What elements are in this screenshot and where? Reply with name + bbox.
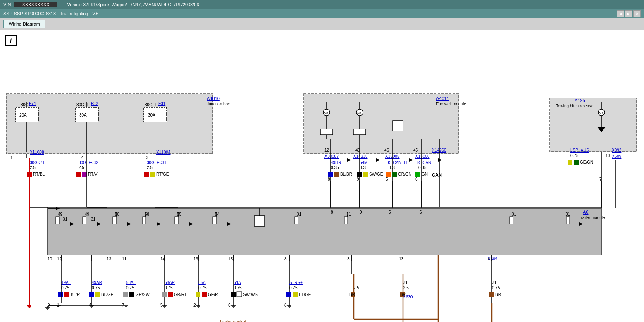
svg-text:0.35: 0.35 [331, 165, 339, 170]
svg-text:30G: 30G [21, 103, 29, 107]
svg-text:RT/BL: RT/BL [33, 172, 45, 177]
svg-text:7: 7 [122, 303, 124, 308]
svg-text:30: 30 [324, 111, 328, 115]
svg-text:Footwell module: Footwell module [436, 102, 466, 106]
svg-text:45: 45 [413, 148, 418, 153]
vin-value: XXXXXXXXX [14, 2, 57, 7]
svg-text:30G_F<31: 30G_F<31 [147, 160, 167, 165]
wiring-diagram-tab[interactable]: Wiring Diagram [3, 20, 45, 28]
svg-text:54: 54 [215, 212, 220, 217]
svg-text:46: 46 [384, 148, 389, 153]
svg-rect-242 [196, 292, 200, 297]
svg-text:5: 5 [160, 303, 163, 308]
svg-rect-0 [6, 94, 213, 154]
svg-text:9: 9 [357, 177, 359, 181]
svg-text:49AR: 49AR [92, 280, 102, 285]
svg-rect-157 [175, 217, 178, 224]
svg-text:31: 31 [565, 212, 570, 217]
svg-text:RT/GE: RT/GE [156, 172, 169, 177]
vin-label: VIN [3, 2, 11, 7]
svg-rect-56 [320, 129, 333, 135]
svg-rect-218 [123, 292, 128, 297]
svg-rect-142 [83, 217, 86, 224]
svg-text:LSP_AUS: LSP_AUS [570, 148, 589, 153]
svg-text:30G_F: 30G_F [145, 103, 157, 107]
svg-rect-133 [48, 208, 601, 255]
svg-text:49HR: 49HR [331, 160, 341, 165]
svg-text:0.75: 0.75 [92, 286, 100, 290]
svg-text:30: 30 [599, 111, 603, 115]
svg-text:0.35: 0.35 [418, 165, 427, 170]
svg-text:5: 5 [386, 177, 388, 181]
svg-rect-111 [415, 172, 420, 177]
svg-text:3: 3 [146, 155, 148, 160]
svg-text:54M: 54M [360, 160, 367, 165]
title-bar: SSP-SSP-SP0000026818 - Trailer lighting … [0, 9, 644, 18]
svg-text:1: 1 [57, 303, 60, 308]
svg-text:0.75: 0.75 [165, 286, 173, 290]
svg-text:X609: X609 [488, 257, 498, 261]
svg-text:13: 13 [606, 153, 611, 158]
svg-text:F32: F32 [91, 101, 98, 106]
svg-text:12: 12 [324, 148, 329, 153]
svg-rect-162 [213, 217, 216, 224]
svg-text:2.5: 2.5 [79, 165, 84, 170]
svg-text:6: 6 [420, 210, 422, 215]
svg-text:BL/RT: BL/RT [71, 292, 82, 297]
svg-text:K_CAN_H: K_CAN_H [388, 160, 407, 165]
prev-button[interactable]: ◄ [617, 10, 624, 17]
svg-text:GN: GN [422, 172, 428, 177]
svg-rect-104 [386, 172, 391, 177]
svg-text:X630: X630 [403, 295, 413, 299]
svg-text:X609: X609 [612, 154, 622, 159]
svg-rect-175 [510, 217, 513, 224]
svg-text:9: 9 [48, 303, 50, 308]
svg-text:2.5: 2.5 [147, 165, 153, 170]
svg-rect-105 [392, 172, 397, 177]
svg-text:15: 15 [228, 257, 233, 261]
svg-text:8: 8 [331, 210, 333, 215]
svg-text:20A: 20A [19, 113, 27, 117]
svg-text:9: 9 [360, 210, 362, 215]
svg-text:SW/GE: SW/GE [369, 172, 383, 177]
svg-rect-207 [95, 292, 100, 297]
svg-text:Junction box: Junction box [207, 102, 230, 106]
svg-text:54A: 54A [234, 280, 241, 285]
svg-text:0.75: 0.75 [234, 286, 242, 290]
svg-text:49: 49 [58, 212, 63, 217]
svg-text:GR/RT: GR/RT [174, 292, 187, 297]
svg-text:8: 8 [328, 177, 330, 181]
svg-text:30A: 30A [148, 113, 155, 117]
svg-rect-64 [393, 121, 403, 131]
svg-text:0.35: 0.35 [360, 165, 368, 170]
svg-text:31: 31 [403, 280, 408, 285]
svg-rect-137 [56, 217, 59, 224]
svg-text:8: 8 [284, 257, 287, 261]
svg-text:BL/GE: BL/GE [299, 292, 311, 297]
svg-text:BL/BR: BL/BR [340, 172, 352, 177]
svg-text:CAN: CAN [432, 172, 442, 177]
svg-text:55: 55 [177, 212, 182, 217]
svg-rect-37 [76, 172, 81, 177]
svg-text:A6: A6 [583, 210, 588, 215]
svg-text:3: 3 [347, 257, 350, 261]
vehicle-info: Vehicle 3'/E91/Sports Wagon/ - /N47,-/MA… [67, 2, 199, 7]
svg-text:13: 13 [399, 257, 404, 261]
svg-text:16: 16 [193, 257, 198, 261]
svg-text:F31: F31 [158, 101, 166, 106]
svg-text:49: 49 [85, 212, 90, 217]
svg-text:6: 6 [415, 177, 418, 181]
svg-rect-206 [89, 292, 94, 297]
svg-marker-79 [376, 158, 380, 162]
svg-rect-124 [568, 160, 572, 165]
svg-text:13: 13 [107, 257, 112, 261]
nav-buttons[interactable]: ◄ ► ✕ [617, 10, 641, 17]
svg-text:GR/SW: GR/SW [136, 292, 150, 297]
svg-rect-255 [237, 292, 242, 297]
svg-text:A4011: A4011 [436, 96, 449, 101]
svg-rect-45 [150, 172, 155, 177]
next-button[interactable]: ► [625, 10, 632, 17]
svg-text:55A: 55A [198, 280, 206, 285]
svg-text:0.75: 0.75 [61, 286, 69, 290]
close-button[interactable]: ✕ [633, 10, 641, 17]
